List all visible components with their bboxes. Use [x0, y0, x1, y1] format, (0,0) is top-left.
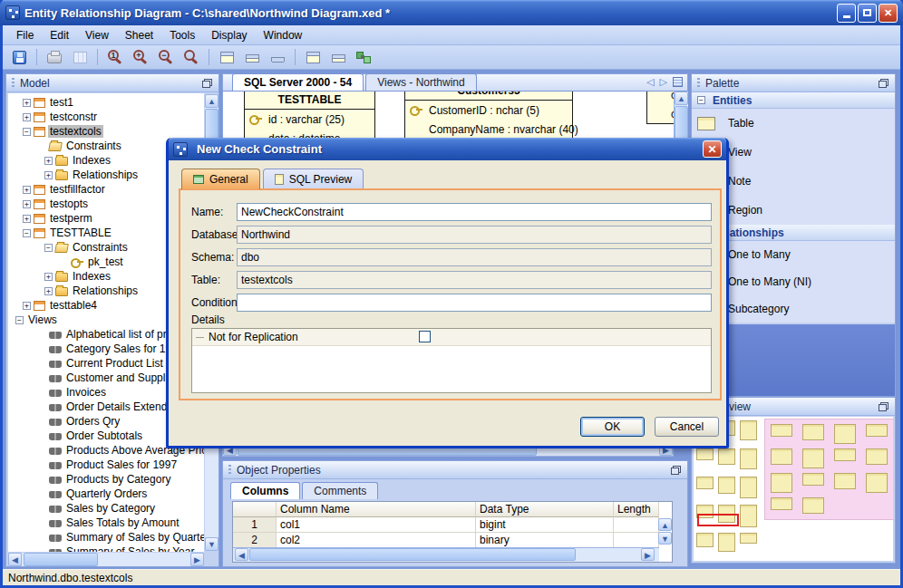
- entity-column[interactable]: CustomerID : nchar (5): [405, 101, 572, 120]
- grid-button[interactable]: [69, 47, 91, 67]
- zoom-normal-button[interactable]: 1: [104, 47, 126, 67]
- tree-item-sales-totals-by-amount[interactable]: Sales Totals by Amount: [8, 516, 204, 530]
- grid-cell[interactable]: bigint: [476, 517, 614, 533]
- scroll-thumb[interactable]: [249, 548, 576, 561]
- dialog-tab-sql-preview[interactable]: SQL Preview: [263, 169, 364, 189]
- dialog-close-button[interactable]: ✕: [703, 140, 722, 158]
- popout-icon[interactable]: [879, 79, 888, 88]
- menu-file[interactable]: File: [8, 27, 42, 43]
- field-input-database[interactable]: [237, 226, 712, 244]
- menu-view[interactable]: View: [77, 27, 117, 43]
- show-full-button[interactable]: [216, 47, 238, 67]
- popout-icon[interactable]: [879, 402, 888, 411]
- tree-expander-icon[interactable]: +: [44, 287, 53, 295]
- field-input-schema[interactable]: [237, 248, 712, 266]
- tree-expander-icon[interactable]: +: [23, 186, 31, 194]
- scroll-left-button[interactable]: ◀: [8, 553, 22, 566]
- tree-expander-icon[interactable]: +: [44, 273, 53, 281]
- scroll-down-button[interactable]: ▼: [205, 537, 218, 551]
- panel-grip[interactable]: [12, 78, 15, 89]
- diagram-tab-views-northwind[interactable]: Views - Northwind: [365, 73, 476, 91]
- maximize-button[interactable]: [858, 4, 877, 23]
- view-editor-button[interactable]: [327, 47, 349, 67]
- menu-tools[interactable]: Tools: [161, 27, 203, 43]
- panel-grip[interactable]: [228, 465, 231, 476]
- zoom-out-button[interactable]: −: [155, 47, 177, 67]
- close-button[interactable]: ✕: [879, 4, 898, 23]
- tree-expander-icon[interactable]: +: [23, 302, 31, 310]
- grid-cell[interactable]: binary: [476, 533, 614, 548]
- tab-list-icon[interactable]: [673, 77, 683, 87]
- tree-expander-icon[interactable]: +: [44, 171, 53, 179]
- entity-column[interactable]: id : varchar (25): [245, 110, 374, 129]
- scroll-up-button[interactable]: ▲: [205, 94, 218, 108]
- tree-expander-icon[interactable]: +: [23, 200, 31, 208]
- save-button[interactable]: [8, 47, 30, 67]
- tree-expander-icon[interactable]: −: [15, 316, 24, 324]
- scroll-left-button[interactable]: ◀: [235, 548, 248, 561]
- palette-section-entities[interactable]: −Entities: [692, 92, 895, 109]
- field-input-condition[interactable]: [237, 294, 712, 312]
- grid-cell[interactable]: [614, 517, 659, 533]
- scroll-up-button[interactable]: ▲: [658, 518, 672, 531]
- properties-tab-columns[interactable]: Columns: [230, 482, 300, 499]
- show-minimal-button[interactable]: [267, 47, 288, 67]
- tree-item-testextcols[interactable]: −testextcols: [8, 124, 204, 139]
- tree-item-summary-of-sales-by-quarter[interactable]: Summary of Sales by Quarter: [8, 530, 204, 545]
- tree-expander-icon[interactable]: +: [23, 99, 31, 107]
- grid-cell[interactable]: col2: [277, 533, 476, 548]
- tree-expander-icon[interactable]: −: [23, 229, 31, 237]
- tree-item-test1[interactable]: +test1: [8, 95, 204, 110]
- scroll-right-button[interactable]: ▶: [641, 548, 655, 561]
- zoom-in-button[interactable]: +: [130, 47, 151, 67]
- table-editor-button[interactable]: [302, 47, 324, 67]
- tree-item-quarterly-orders[interactable]: Quarterly Orders: [8, 487, 204, 501]
- tree-expander-icon[interactable]: +: [23, 215, 31, 223]
- tree-item-label: Quarterly Orders: [64, 487, 149, 500]
- menu-sheet[interactable]: Sheet: [117, 27, 161, 43]
- overview-viewport-rect[interactable]: [697, 514, 739, 526]
- scroll-down-button[interactable]: ▼: [658, 532, 672, 545]
- grid-cell[interactable]: [614, 533, 659, 548]
- popout-icon[interactable]: [671, 466, 681, 475]
- grid-vertical-scrollbar[interactable]: ▲ ▼: [658, 518, 672, 545]
- tree-item-testconstr[interactable]: +testconstr: [8, 110, 204, 124]
- tree-expander-icon[interactable]: −: [23, 128, 31, 136]
- properties-tab-comments[interactable]: Comments: [302, 482, 378, 499]
- tree-expander-icon[interactable]: +: [44, 157, 53, 165]
- grid-horizontal-scrollbar[interactable]: ◀ ▶: [233, 547, 659, 562]
- print-button[interactable]: [44, 47, 65, 67]
- tree-expander-icon[interactable]: −: [44, 244, 53, 252]
- zoom-tool-button[interactable]: [180, 47, 202, 67]
- show-compact-button[interactable]: [241, 47, 263, 67]
- not-for-replication-checkbox[interactable]: [419, 331, 431, 342]
- cancel-button[interactable]: Cancel: [655, 417, 719, 437]
- minimize-button[interactable]: [837, 4, 856, 23]
- menu-display[interactable]: Display: [203, 27, 255, 43]
- dialog-tab-general[interactable]: General: [181, 169, 260, 189]
- diagram-tab-sql-server-2000-54[interactable]: SQL Server 2000 - 54: [232, 73, 364, 91]
- field-input-name[interactable]: [237, 203, 712, 221]
- entity-customers3[interactable]: Customers3CustomerID : nchar (5)CompanyN…: [404, 92, 573, 140]
- popout-icon[interactable]: [202, 79, 212, 88]
- scroll-up-button[interactable]: ▲: [675, 92, 688, 105]
- field-input-table[interactable]: [237, 271, 712, 289]
- palette-item-table[interactable]: Table: [692, 109, 895, 138]
- menu-window[interactable]: Window: [256, 27, 311, 43]
- tree-item-product-sales-for-1997[interactable]: Product Sales for 1997: [8, 458, 204, 472]
- tab-prev-icon[interactable]: ◁: [646, 76, 654, 88]
- scroll-thumb[interactable]: [24, 553, 98, 566]
- menu-edit[interactable]: Edit: [42, 27, 77, 43]
- relation-tool-button[interactable]: [353, 47, 374, 67]
- tree-expander-icon[interactable]: +: [23, 113, 31, 121]
- entity-column[interactable]: CompanyName : nvarchar (40): [405, 120, 572, 139]
- scroll-right-button[interactable]: ▶: [190, 553, 204, 566]
- panel-grip[interactable]: [697, 78, 700, 89]
- grid-cell[interactable]: col1: [277, 517, 476, 533]
- ok-button[interactable]: OK: [580, 417, 645, 437]
- tree-item-products-by-category[interactable]: Products by Category: [8, 472, 204, 487]
- collapse-icon[interactable]: −: [697, 96, 705, 104]
- tree-item-summary-of-sales-by-year[interactable]: Summary of Sales by Year: [8, 545, 204, 552]
- tree-item-sales-by-category[interactable]: Sales by Category: [8, 501, 204, 516]
- tab-next-icon[interactable]: ▷: [660, 76, 667, 88]
